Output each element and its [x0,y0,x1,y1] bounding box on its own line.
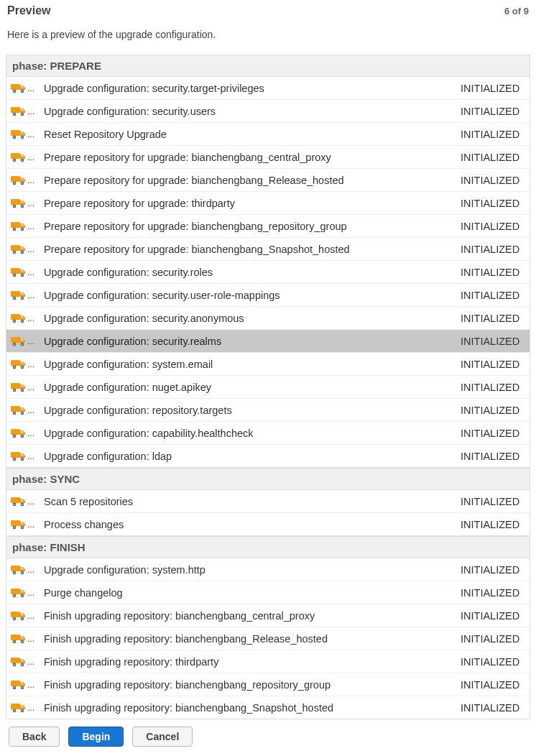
truck-icon [11,497,27,507]
row-description: Upgrade configuration: nuget.apikey [40,382,461,393]
task-row[interactable]: ...Finish upgrading repository: bianchen… [6,627,530,650]
svg-rect-109 [21,522,23,524]
task-row[interactable]: ...Finish upgrading repository: bianchen… [6,673,530,696]
row-icon-cell: ... [6,175,40,185]
task-row[interactable]: ...Prepare repository for upgrade: bianc… [6,169,530,192]
task-row[interactable]: ...Upgrade configuration: nuget.apikeyIN… [6,376,530,399]
svg-point-83 [22,389,23,391]
ellipsis-icon: ... [27,566,34,574]
row-description: Upgrade configuration: ldap [40,451,461,462]
ellipsis-icon: ... [27,153,34,162]
row-icon-cell: ... [6,428,40,438]
phase-header: phase: FINISH [6,536,530,558]
row-description: Scan 5 repositories [40,496,461,507]
svg-point-107 [22,504,23,505]
truck-icon [11,129,27,139]
ellipsis-icon: ... [27,222,34,231]
svg-point-113 [22,527,23,528]
row-status: INITIALIZED [461,106,530,117]
svg-point-105 [14,504,15,505]
truck-icon [11,588,27,598]
svg-rect-1 [21,86,23,88]
task-row[interactable]: ...Upgrade configuration: security.users… [6,100,530,123]
task-row[interactable]: ...Scan 5 repositoriesINITIALIZED [6,490,530,513]
task-row[interactable]: ...Upgrade configuration: system.emailIN… [6,353,530,376]
svg-rect-55 [21,292,23,295]
svg-point-9 [14,114,15,115]
task-row[interactable]: ...Upgrade configuration: security.anony… [6,307,530,330]
task-row[interactable]: ...Upgrade configuration: security.targe… [6,77,530,100]
preview-panel: phase: PREPARE...Upgrade configuration: … [6,55,530,719]
svg-rect-151 [21,705,23,707]
task-row[interactable]: ...Prepare repository for upgrade: third… [6,192,530,215]
task-row[interactable]: ...Upgrade configuration: security.roles… [6,261,530,284]
svg-rect-133 [21,636,23,638]
ellipsis-icon: ... [27,176,34,185]
svg-rect-138 [11,658,20,663]
task-row[interactable]: ...Reset Repository UpgradeINITIALIZED [6,123,530,146]
svg-point-59 [22,298,23,299]
row-status: INITIALIZED [461,244,530,255]
truck-icon [11,313,27,323]
truck-icon [11,198,27,208]
row-icon-cell: ... [6,451,40,461]
svg-rect-114 [11,566,20,571]
svg-rect-97 [21,453,23,456]
row-icon-cell: ... [6,267,40,277]
task-row[interactable]: ...Upgrade configuration: capability.hea… [6,422,530,445]
row-status: INITIALIZED [461,633,530,645]
svg-point-81 [14,389,15,391]
button-bar: Back Begin Cancel [6,719,530,747]
task-row[interactable]: ...Upgrade configuration: security.realm… [6,330,530,353]
svg-rect-85 [21,407,23,410]
cancel-button[interactable]: Cancel [132,727,193,747]
truck-icon [11,152,27,162]
row-icon-cell: ... [6,382,40,392]
svg-point-51 [14,275,15,276]
svg-rect-84 [11,406,20,412]
task-row[interactable]: ...Prepare repository for upgrade: bianc… [6,215,530,238]
task-row[interactable]: ...Process changesINITIALIZED [6,513,530,536]
task-row[interactable]: ...Finish upgrading repository: thirdpar… [6,650,530,673]
row-description: Finish upgrading repository: bianchengba… [40,610,461,622]
task-row[interactable]: ...Finish upgrading repository: bianchen… [6,604,530,627]
task-row[interactable]: ...Finish upgrading repository: bianchen… [6,696,530,719]
truck-icon [11,221,27,231]
ellipsis-icon: ... [27,429,34,438]
truck-icon [11,382,27,392]
task-row[interactable]: ...Upgrade configuration: system.httpINI… [6,558,530,581]
svg-rect-121 [21,590,23,592]
svg-point-33 [14,206,15,207]
svg-point-141 [14,664,15,665]
ellipsis-icon: ... [27,314,34,323]
row-status: INITIALIZED [461,679,530,691]
svg-rect-132 [11,635,20,640]
task-row[interactable]: ...Prepare repository for upgrade: bianc… [6,146,530,169]
svg-point-99 [14,458,15,460]
ellipsis-icon: ... [27,497,34,506]
row-status: INITIALIZED [461,656,530,668]
task-row[interactable]: ...Upgrade configuration: ldapINITIALIZE… [6,445,530,468]
svg-point-53 [22,275,23,276]
task-row[interactable]: ...Upgrade configuration: repository.tar… [6,399,530,422]
svg-rect-43 [21,246,23,249]
ellipsis-icon: ... [27,130,34,139]
truck-icon [11,657,27,667]
ellipsis-icon: ... [27,84,34,93]
back-button[interactable]: Back [9,727,60,747]
svg-rect-66 [11,337,20,343]
truck-icon [11,106,27,116]
task-row[interactable]: ...Prepare repository for upgrade: bianc… [6,238,530,261]
svg-rect-120 [11,589,20,594]
row-icon-cell: ... [6,290,40,300]
task-row[interactable]: ...Purge changelogINITIALIZED [6,581,530,604]
svg-rect-127 [21,613,23,615]
row-icon-cell: ... [6,680,40,690]
svg-point-5 [22,91,23,92]
row-icon-cell: ... [6,221,40,231]
svg-rect-91 [21,430,23,433]
row-description: Prepare repository for upgrade: bianchen… [40,175,461,186]
begin-button[interactable]: Begin [68,727,124,747]
task-row[interactable]: ...Upgrade configuration: security.user-… [6,284,530,307]
row-icon-cell: ... [6,520,40,530]
